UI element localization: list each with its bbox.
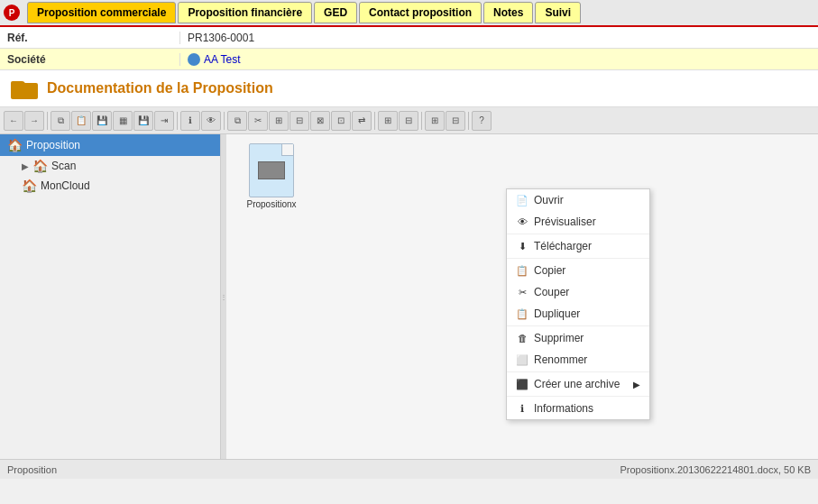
save-button[interactable]: 💾 <box>92 111 112 131</box>
paste-button[interactable]: 📋 <box>71 111 91 131</box>
cloud-home-icon: 🏠 <box>22 179 37 193</box>
dupliquer-icon: 📋 <box>516 307 528 320</box>
couper-icon: ✂ <box>516 286 528 298</box>
tb-btn-7[interactable]: ⊟ <box>290 111 309 131</box>
menu-sep-4 <box>507 371 649 372</box>
menu-item-renommer[interactable]: ⬜ Renommer <box>507 349 649 371</box>
sidebar-item-moncloud[interactable]: 🏠 MonCloud <box>0 176 220 196</box>
save2-button[interactable]: 💾 <box>133 111 153 131</box>
context-menu: 📄 Ouvrir 👁 Prévisualiser ⬇ Télécharger 📋… <box>506 188 650 420</box>
sidebar-item-proposition[interactable]: 🏠 Proposition <box>0 134 220 156</box>
file-item[interactable]: Propositionx <box>235 143 308 209</box>
status-bar: Proposition Propositionx.20130622214801.… <box>0 459 818 479</box>
toolbar-sep-3 <box>224 112 225 130</box>
supprimer-icon: 🗑 <box>516 332 528 344</box>
main-content: 🏠 Proposition ▶ 🏠 Scan 🏠 MonCloud ⋮ Prop… <box>0 134 818 459</box>
info-button[interactable]: ℹ <box>180 111 200 131</box>
file-label: Propositionx <box>246 199 296 209</box>
copy-button[interactable]: ⧉ <box>51 111 70 131</box>
tab-proposition-commerciale[interactable]: Proposition commerciale <box>27 2 176 23</box>
view-button[interactable]: 👁 <box>201 111 221 131</box>
tb-btn-9[interactable]: ⊡ <box>331 111 351 131</box>
tb-btn-8[interactable]: ⊠ <box>310 111 330 131</box>
ref-row: Réf. PR1306-0001 <box>0 27 818 49</box>
help-button[interactable]: ? <box>472 111 492 131</box>
undo-button[interactable]: ← <box>4 111 23 131</box>
menu-item-couper[interactable]: ✂ Couper <box>507 281 649 303</box>
cut-button[interactable]: ✂ <box>248 111 268 131</box>
ref-label: Réf. <box>0 32 180 44</box>
ref-value: PR1306-0001 <box>180 32 262 44</box>
menu-item-creer-archive[interactable]: ⬛ Créer une archive ▶ <box>507 373 649 395</box>
arrow-icon: ▶ <box>22 161 29 171</box>
move-button[interactable]: ⇄ <box>352 111 372 131</box>
tb-btn-10[interactable]: ⊞ <box>378 111 398 131</box>
tb-btn-13[interactable]: ⊟ <box>446 111 465 131</box>
scan-home-icon: 🏠 <box>32 159 48 173</box>
menu-item-previsualiser[interactable]: 👁 Prévisualiser <box>507 211 649 233</box>
app-logo: P <box>4 5 20 21</box>
tab-proposition-financiere[interactable]: Proposition financière <box>178 2 312 23</box>
societe-label: Société <box>0 53 180 66</box>
submenu-arrow-icon: ▶ <box>633 380 640 389</box>
toolbar: ← → ⧉ 📋 💾 ▦ 💾 ⇥ ℹ 👁 ⧉ ✂ ⊞ ⊟ ⊠ ⊡ ⇄ ⊞ ⊟ ⊞ … <box>0 107 818 134</box>
societe-row: Société AA Test <box>0 49 818 70</box>
folder-icon <box>11 78 38 99</box>
menu-sep-1 <box>507 234 649 234</box>
societe-value: AA Test <box>180 53 247 66</box>
toolbar-sep-5 <box>421 112 422 130</box>
menu-sep-5 <box>507 396 649 397</box>
tab-ged[interactable]: GED <box>314 2 357 23</box>
status-right: Propositionx.20130622214801.docx, 50 KB <box>620 464 811 475</box>
tb-btn-12[interactable]: ⊞ <box>425 111 445 131</box>
renommer-icon: ⬜ <box>516 353 528 366</box>
toolbar-sep-4 <box>374 112 375 130</box>
menu-item-telecharger[interactable]: ⬇ Télécharger <box>507 235 649 257</box>
toolbar-sep-1 <box>47 112 48 130</box>
panel-button[interactable]: ▦ <box>113 111 133 131</box>
tb-btn-11[interactable]: ⊟ <box>399 111 418 131</box>
archive-icon: ⬛ <box>516 378 528 390</box>
copy2-button[interactable]: ⧉ <box>227 111 247 131</box>
file-inner <box>258 161 285 179</box>
sidebar: 🏠 Proposition ▶ 🏠 Scan 🏠 MonCloud <box>0 134 221 459</box>
menu-item-supprimer[interactable]: 🗑 Supprimer <box>507 327 649 349</box>
copier-icon: 📋 <box>516 264 528 277</box>
status-left: Proposition <box>7 464 57 475</box>
toolbar-sep-6 <box>468 112 469 130</box>
toolbar-sep-2 <box>177 112 178 130</box>
menu-item-dupliquer[interactable]: 📋 Dupliquer <box>507 303 649 325</box>
file-icon <box>249 143 294 197</box>
info-section: Réf. PR1306-0001 Société AA Test <box>0 27 818 70</box>
tab-contact-proposition[interactable]: Contact proposition <box>359 2 482 23</box>
telecharger-icon: ⬇ <box>516 240 528 252</box>
sidebar-item-scan[interactable]: ▶ 🏠 Scan <box>0 156 220 176</box>
previsualiser-icon: 👁 <box>516 215 528 228</box>
menu-sep-3 <box>507 325 649 326</box>
tab-notes[interactable]: Notes <box>483 2 533 23</box>
top-navigation: P Proposition commerciale Proposition fi… <box>0 0 818 27</box>
menu-sep-2 <box>507 258 649 259</box>
file-area: Propositionx 📄 Ouvrir 👁 Prévisualiser ⬇ … <box>226 134 818 459</box>
world-icon <box>188 53 200 66</box>
tb-btn-6[interactable]: ⊞ <box>269 111 289 131</box>
doc-header: Documentation de la Proposition <box>0 70 818 107</box>
doc-title: Documentation de la Proposition <box>47 80 273 96</box>
informations-icon: ℹ <box>516 402 528 415</box>
menu-item-informations[interactable]: ℹ Informations <box>507 398 649 419</box>
menu-item-ouvrir[interactable]: 📄 Ouvrir <box>507 189 649 211</box>
export-button[interactable]: ⇥ <box>154 111 174 131</box>
redo-button[interactable]: → <box>24 111 44 131</box>
tab-suivi[interactable]: Suivi <box>535 2 581 23</box>
ouvrir-icon: 📄 <box>516 194 528 206</box>
menu-item-copier[interactable]: 📋 Copier <box>507 260 649 281</box>
home-icon: 🏠 <box>7 138 23 152</box>
